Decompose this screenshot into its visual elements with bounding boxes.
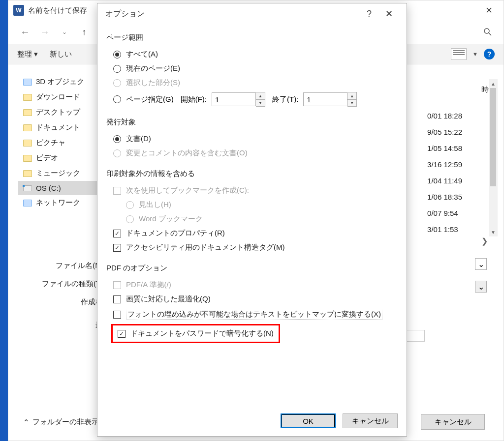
folder-icon [23, 79, 32, 86]
radio-icon [113, 51, 121, 59]
word-icon: W [13, 5, 24, 16]
radio-pages-row: ページ指定(G) 開始(F): ▲▼ 終了(T): ▲▼ [106, 90, 398, 109]
cancel-button[interactable]: キャンセル [343, 413, 398, 428]
network-icon [23, 200, 32, 206]
recent-dropdown-icon[interactable]: ⌄ [58, 29, 71, 35]
folder-tree: 3D オブジェク ダウンロード デスクトップ ドキュメント ピクチャ ビデオ ミ… [18, 74, 107, 210]
filename-label: ファイル名(N) [42, 261, 103, 270]
radio-document[interactable]: 文書(D) [106, 132, 398, 146]
radio-all[interactable]: すべて(A) [106, 47, 398, 61]
checkbox-icon [113, 230, 121, 237]
scroll-right-icon[interactable]: ❯ [480, 236, 489, 245]
tree-item-downloads[interactable]: ダウンロード [18, 89, 107, 105]
filetype-label: ファイルの種類(T) [42, 279, 103, 289]
back-icon[interactable]: ← [18, 27, 32, 38]
check-bitmap[interactable]: フォントの埋め込みが不可能な場合はテキストをビットマップに変換する(X) [106, 306, 398, 323]
from-spinner: ▲▼ [212, 92, 265, 107]
spin-up-icon[interactable]: ▲ [256, 92, 265, 99]
radio-icon [113, 149, 121, 157]
radio-headings: 見出し(H) [106, 198, 398, 212]
filename-dropdown-icon[interactable]: ⌄ [475, 258, 487, 270]
check-a11y[interactable]: アクセシビリティ用のドキュメント構造タグ(M) [106, 240, 398, 255]
view-icon[interactable] [451, 48, 467, 60]
encrypt-highlight: ドキュメントをパスワードで暗号化する(N) [111, 324, 280, 343]
section-include: 印刷対象外の情報を含める [106, 169, 398, 178]
drive-icon [23, 185, 32, 191]
folder-icon [23, 170, 32, 177]
check-pdfa: PDF/A 準拠(/) [106, 278, 398, 292]
svg-point-0 [484, 29, 489, 33]
from-label: 開始(F): [181, 95, 207, 104]
tree-item-pictures[interactable]: ピクチャ [18, 135, 107, 150]
options-body: ページ範囲 すべて(A) 現在のページ(E) 選択した部分(S) ページ指定(G… [97, 24, 407, 347]
cancel-button[interactable]: キャンセル [421, 414, 485, 430]
checkbox-icon [113, 244, 121, 252]
radio-pages[interactable] [113, 95, 121, 103]
ok-button[interactable]: OK [281, 413, 336, 428]
options-dialog: オプション ? ✕ ページ範囲 すべて(A) 現在のページ(E) 選択した部分(… [97, 3, 407, 437]
file-dates: 0/01 18:28 9/05 15:22 1/05 14:58 3/16 12… [427, 108, 462, 237]
column-header-date[interactable]: 時 [481, 85, 489, 94]
help-icon[interactable]: ? [359, 6, 379, 21]
help-icon[interactable]: ? [484, 49, 495, 59]
from-input[interactable] [212, 92, 256, 106]
scroll-up-icon[interactable]: ▲ [489, 79, 498, 88]
scroll-down-icon[interactable]: ▼ [489, 228, 498, 236]
file-date: 1/05 14:58 [427, 140, 462, 156]
view-dropdown-icon[interactable]: ▼ [472, 51, 478, 57]
checkbox-icon [118, 330, 126, 338]
tree-item-documents[interactable]: ドキュメント [18, 120, 107, 135]
check-properties[interactable]: ドキュメントのプロパティ(R) [106, 226, 398, 240]
check-bookmarks: 次を使用してブックマークを作成(C): [106, 183, 398, 198]
check-quality[interactable]: 画質に対応した最適化(Q) [106, 292, 398, 306]
search-icon[interactable] [482, 26, 494, 38]
to-label: 終了(T): [272, 95, 298, 104]
checkbox-icon [113, 295, 121, 303]
tree-item-videos[interactable]: ビデオ [18, 150, 107, 166]
section-publish: 発行対象 [106, 118, 398, 127]
small-box [405, 330, 425, 342]
checkbox-icon [113, 311, 121, 319]
left-strip [0, 0, 8, 441]
vertical-scrollbar[interactable]: ▲ ▼ [489, 79, 498, 236]
tree-item-os-c[interactable]: OS (C:) [18, 181, 107, 195]
to-input[interactable] [303, 92, 347, 106]
tree-item-music[interactable]: ミュージック [18, 166, 107, 181]
newfolder-button[interactable]: 新しい [50, 50, 72, 59]
radio-icon [113, 79, 121, 87]
svg-line-1 [489, 33, 491, 35]
file-date: 9/05 15:22 [427, 124, 462, 140]
check-encrypt[interactable]: ドキュメントをパスワードで暗号化する(N) [115, 327, 277, 340]
file-date: 0/01 18:28 [427, 108, 462, 124]
folder-toggle[interactable]: ⌃ フォルダーの非表示 [23, 417, 99, 427]
up-icon[interactable]: ↑ [77, 27, 91, 37]
close-icon[interactable]: ✕ [379, 6, 399, 21]
saveas-title: 名前を付けて保存 [28, 6, 87, 15]
section-page-range: ページ範囲 [106, 33, 398, 42]
radio-current[interactable]: 現在のページ(E) [106, 61, 398, 76]
radio-icon [113, 135, 121, 143]
radio-icon [113, 65, 121, 73]
folder-icon [23, 94, 32, 101]
folder-icon [23, 124, 32, 131]
form-labels: ファイル名(N) ファイルの種類(T) 作成者 最 [42, 261, 103, 339]
radio-selection: 選択した部分(S) [106, 76, 398, 90]
file-date: 3/16 12:59 [427, 156, 462, 173]
folder-icon [23, 109, 32, 116]
filetype-dropdown-icon[interactable]: ⌄ [475, 281, 487, 293]
tree-item-network[interactable]: ネットワーク [18, 195, 107, 210]
tree-item-desktop[interactable]: デスクトップ [18, 105, 107, 120]
checkbox-icon [113, 281, 121, 289]
file-date: 1/06 18:35 [427, 189, 462, 205]
options-titlebar: オプション ? ✕ [97, 3, 407, 24]
radio-with-markup: 変更とコメントの内容を含む文書(O) [106, 146, 398, 160]
options-title: オプション [105, 9, 145, 19]
organize-button[interactable]: 整理 ▾ [17, 50, 38, 59]
scroll-thumb[interactable] [490, 88, 496, 186]
spin-up-icon[interactable]: ▲ [347, 92, 356, 99]
spin-down-icon[interactable]: ▼ [256, 99, 265, 106]
close-icon[interactable]: ✕ [479, 3, 499, 18]
spin-down-icon[interactable]: ▼ [347, 99, 356, 106]
radio-icon [126, 215, 134, 223]
tree-item-3d[interactable]: 3D オブジェク [18, 74, 107, 89]
